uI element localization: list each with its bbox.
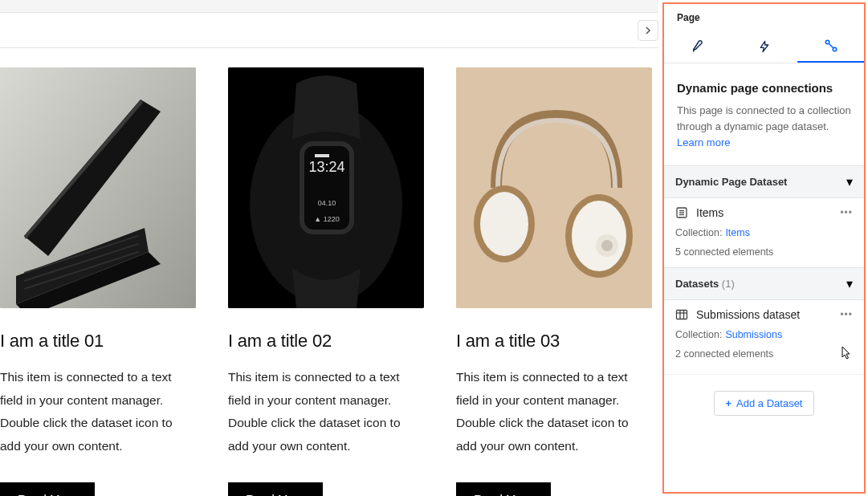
group-title: Dynamic Page Dataset <box>675 176 787 188</box>
section-description: This page is connected to a collection t… <box>664 103 864 165</box>
collection-link[interactable]: Submissions <box>725 329 782 340</box>
lightning-icon <box>758 40 771 53</box>
inspector-panel: Page Dynamic page connections This page … <box>662 2 866 494</box>
card-title: I am a title 02 <box>228 331 424 352</box>
dataset-name: Submissions dataset <box>696 308 800 321</box>
svg-rect-29 <box>677 311 687 319</box>
caret-down-icon: ▾ <box>846 174 853 189</box>
card-title: I am a title 01 <box>0 331 196 352</box>
svg-point-18 <box>480 192 528 256</box>
canvas-toolbar <box>0 13 658 48</box>
card-description: This item is connected to a text field i… <box>228 366 424 458</box>
svg-point-22 <box>601 240 613 251</box>
chevron-right-icon <box>644 26 652 35</box>
section-title: Dynamic page connections <box>664 63 864 103</box>
tab-interactions[interactable] <box>731 30 797 63</box>
dataset-row-items[interactable]: Items ••• <box>664 198 864 227</box>
card-item[interactable]: 13:24 04.10 ▲ 1220 I am a title 02 This … <box>228 67 424 496</box>
collection-label: Collection: <box>675 329 722 340</box>
collection-label: Collection: <box>675 227 722 238</box>
repeater-grid: I am a title 01 This item is connected t… <box>0 48 658 496</box>
group-dynamic-page-dataset[interactable]: Dynamic Page Dataset ▾ <box>664 165 864 198</box>
dataset-collection: Collection:Items <box>664 227 864 243</box>
add-dataset-button[interactable]: + Add a Dataset <box>714 391 815 416</box>
more-icon[interactable]: ••• <box>840 207 853 218</box>
editor-canvas: I am a title 01 This item is connected t… <box>0 0 658 496</box>
card-description: This item is connected to a text field i… <box>0 366 196 458</box>
card-description: This item is connected to a text field i… <box>456 366 652 458</box>
svg-text:13:24: 13:24 <box>308 159 344 175</box>
card-image: 13:24 04.10 ▲ 1220 <box>228 67 424 308</box>
add-dataset-label: Add a Dataset <box>736 397 802 409</box>
expand-panel-button[interactable] <box>638 20 658 41</box>
group-datasets[interactable]: Datasets (1) ▾ <box>664 267 864 300</box>
collection-link[interactable]: Items <box>725 227 750 238</box>
panel-header: Page <box>664 4 864 30</box>
svg-text:▲ 1220: ▲ 1220 <box>314 215 339 223</box>
dataset-icon <box>675 206 688 219</box>
card-image <box>456 67 652 308</box>
dataset-row-submissions[interactable]: Submissions dataset ••• <box>664 300 864 329</box>
read-more-button[interactable]: Read More <box>228 482 323 496</box>
dataset-collection: Collection:Submissions <box>664 329 864 345</box>
connections-icon <box>824 39 838 53</box>
connected-elements-count: 5 connected elements <box>664 243 864 267</box>
read-more-button[interactable]: Read More <box>0 482 95 496</box>
section-description-text: This page is connected to a collection t… <box>677 104 851 132</box>
tab-design[interactable] <box>664 30 731 63</box>
group-title: Datasets (1) <box>675 278 735 290</box>
card-item[interactable]: I am a title 03 This item is connected t… <box>456 67 652 496</box>
card-image <box>0 67 196 308</box>
card-item[interactable]: I am a title 01 This item is connected t… <box>0 67 196 496</box>
connected-elements-count: 2 connected elements <box>664 345 864 369</box>
more-icon[interactable]: ••• <box>840 309 853 320</box>
plus-icon: + <box>726 397 732 409</box>
svg-text:04.10: 04.10 <box>318 199 336 207</box>
dataset-name: Items <box>696 206 723 219</box>
group-count: (1) <box>722 278 735 290</box>
card-title: I am a title 03 <box>456 331 652 352</box>
table-icon <box>675 308 688 321</box>
caret-down-icon: ▾ <box>846 276 853 291</box>
group-title-text: Datasets <box>675 278 719 290</box>
canvas-topstrip <box>0 0 658 13</box>
panel-tabs <box>664 30 864 63</box>
svg-point-20 <box>572 201 626 271</box>
brush-icon <box>691 39 705 54</box>
svg-rect-13 <box>315 154 329 157</box>
tab-connections[interactable] <box>797 30 864 63</box>
learn-more-link[interactable]: Learn more <box>677 136 730 148</box>
svg-rect-16 <box>456 67 652 308</box>
read-more-button[interactable]: Read More <box>456 482 551 496</box>
